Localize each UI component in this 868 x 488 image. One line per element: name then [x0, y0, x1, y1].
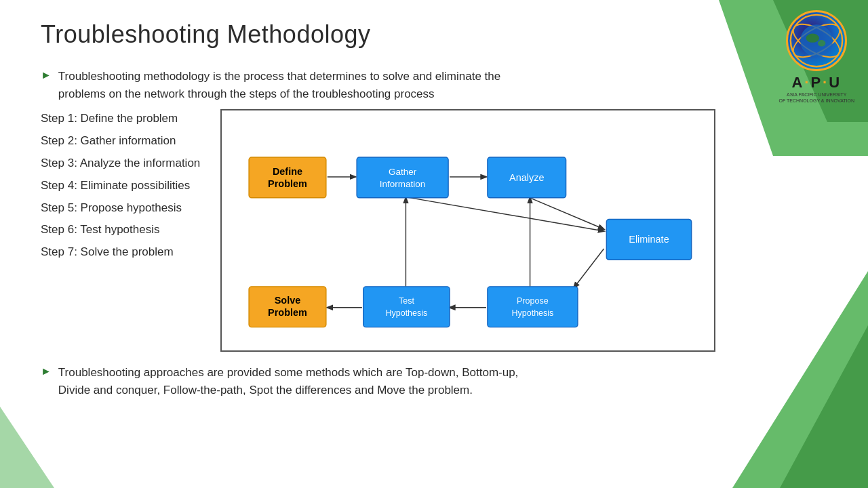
logo-area: A·P·U ASIA PACIFIC UNIVERSITY OF TECHNOL…: [779, 10, 855, 104]
bullet-1-arrow: ►: [41, 69, 52, 81]
main-content: Troubleshooting Methodology ► Troublesho…: [0, 0, 868, 488]
svg-text:Information: Information: [380, 179, 425, 189]
svg-point-9: [806, 34, 819, 43]
flowchart-diagram: Define Problem Gather Information Analyz…: [233, 121, 703, 337]
diagram-container: Define Problem Gather Information Analyz…: [220, 109, 715, 352]
svg-text:Gather: Gather: [389, 167, 417, 177]
logo-circle: [786, 10, 847, 71]
svg-rect-23: [357, 157, 448, 198]
bullet-1-text: Troubleshooting methodology is the proce…: [58, 68, 519, 102]
step-2: Step 2: Gather information: [41, 131, 200, 151]
svg-rect-30: [488, 287, 578, 327]
svg-rect-33: [363, 287, 450, 327]
svg-text:Eliminate: Eliminate: [629, 234, 669, 245]
bullet-1-section: ► Troubleshooting methodology is the pro…: [41, 68, 827, 102]
step-3: Step 3: Analyze the information: [41, 154, 200, 174]
svg-text:Problem: Problem: [268, 178, 307, 189]
bullet-2-arrow: ►: [41, 365, 52, 378]
page-title: Troubleshooting Methodology: [41, 20, 827, 49]
svg-line-15: [574, 249, 604, 288]
svg-text:Propose: Propose: [517, 296, 549, 306]
svg-text:Hypothesis: Hypothesis: [512, 308, 554, 318]
step-4: Step 4: Eliminate possibilities: [41, 176, 200, 196]
step-5: Step 5: Propose hypothesis: [41, 199, 200, 218]
svg-text:Test: Test: [399, 296, 414, 306]
steps-list: Step 1: Define the problem Step 2: Gathe…: [41, 109, 200, 262]
svg-line-14: [403, 197, 604, 231]
svg-text:Problem: Problem: [268, 307, 307, 318]
svg-text:Analyze: Analyze: [509, 172, 544, 183]
svg-rect-20: [249, 157, 326, 198]
logo-subtext: ASIA PACIFIC UNIVERSITY OF TECHNOLOGY & …: [779, 92, 855, 104]
logo-apu-text: A·P·U: [779, 74, 855, 92]
step-7: Step 7: Solve the problem: [41, 243, 200, 262]
bullet-2-text: Troubleshooting approaches are provided …: [58, 364, 519, 399]
step-1: Step 1: Define the problem: [41, 109, 200, 129]
step-6: Step 6: Test hypothesis: [41, 220, 200, 240]
svg-text:Define: Define: [273, 166, 302, 177]
svg-text:Hypothesis: Hypothesis: [386, 308, 428, 318]
svg-text:Solve: Solve: [275, 295, 301, 306]
svg-point-10: [818, 40, 825, 47]
content-row: Step 1: Define the problem Step 2: Gathe…: [41, 109, 827, 352]
bullet-2-section: ► Troubleshooting approaches are provide…: [41, 364, 827, 399]
